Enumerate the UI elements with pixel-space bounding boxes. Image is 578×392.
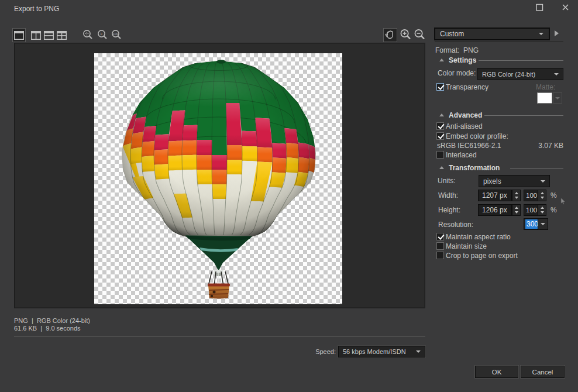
svg-text:1:: 1: xyxy=(100,32,103,36)
svg-text:100: 100 xyxy=(112,32,119,36)
